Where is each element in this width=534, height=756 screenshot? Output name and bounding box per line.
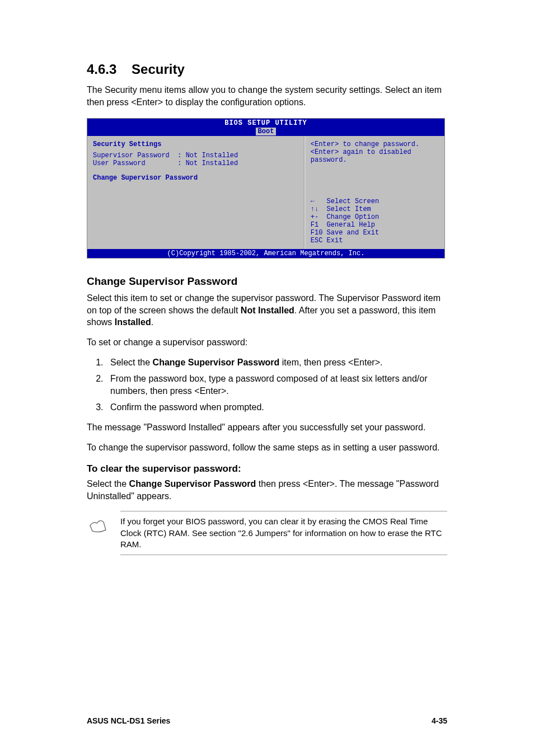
note-text: If you forget your BIOS password, you ca… bbox=[120, 511, 447, 555]
change-pw-step3: Confirm the password when prompted. bbox=[106, 401, 447, 414]
bios-row-user: User Password : Not Installed bbox=[93, 159, 298, 167]
bios-right-pane: <Enter> to change password. <Enter> agai… bbox=[305, 136, 444, 249]
change-pw-para1: Select this item to set or change the su… bbox=[87, 292, 447, 328]
bios-key-hints: ← Select Screen ↑↓ Select Item +- Change… bbox=[311, 198, 439, 245]
change-pw-step2: From the password box, type a password c… bbox=[106, 373, 447, 397]
bios-row-supervisor: Supervisor Password : Not Installed bbox=[93, 152, 298, 159]
bios-help-text: <Enter> to change password. <Enter> agai… bbox=[311, 140, 439, 164]
bios-change-supervisor-password[interactable]: Change Supervisor Password bbox=[93, 174, 298, 182]
bios-key-change-option: +- Change Option bbox=[311, 213, 439, 221]
bios-key-select-screen: ← Select Screen bbox=[311, 198, 439, 205]
hand-pointing-icon bbox=[87, 511, 110, 538]
bios-key-select-item: ↑↓ Select Item bbox=[311, 205, 439, 213]
section-number: 4.6.3 bbox=[87, 62, 116, 77]
footer-left: ASUS NCL-DS1 Series bbox=[87, 716, 170, 725]
bios-tab-boot[interactable]: Boot bbox=[256, 128, 277, 135]
clear-pw-para: Select the Change Supervisor Password th… bbox=[87, 478, 447, 502]
bios-footer: (C)Copyright 1985-2002, American Megatre… bbox=[87, 249, 444, 258]
bios-key-save-exit: F10 Save and Exit bbox=[311, 229, 439, 237]
bios-titlebar: BIOS SETUP UTILITY bbox=[87, 119, 444, 128]
bios-tabbar: Boot bbox=[87, 128, 444, 136]
bios-left-pane: Security Settings Supervisor Password : … bbox=[87, 136, 305, 249]
change-pw-para4: To change the supervisor password, follo… bbox=[87, 442, 447, 454]
note-box: If you forget your BIOS password, you ca… bbox=[87, 511, 447, 555]
change-pw-steps: Select the Change Supervisor Password it… bbox=[106, 356, 447, 414]
change-pw-para3: The message "Password Installed" appears… bbox=[87, 421, 447, 434]
change-pw-para2: To set or change a supervisor password: bbox=[87, 336, 447, 349]
plus-minus-icon: +- bbox=[311, 213, 318, 221]
clear-pw-heading: To clear the supervisor password: bbox=[87, 463, 447, 475]
footer-right: 4-35 bbox=[432, 716, 447, 725]
intro-text: The Security menu items allow you to cha… bbox=[87, 84, 447, 108]
arrow-left-icon: ← bbox=[311, 198, 315, 205]
change-pw-step1: Select the Change Supervisor Password it… bbox=[106, 356, 447, 369]
bios-key-exit: ESC Exit bbox=[311, 237, 439, 245]
bios-panel: BIOS SETUP UTILITY Boot Security Setting… bbox=[87, 118, 445, 259]
bios-key-general-help: F1 General Help bbox=[311, 221, 439, 229]
bios-body: Security Settings Supervisor Password : … bbox=[87, 136, 444, 249]
bios-left-heading: Security Settings bbox=[93, 140, 298, 148]
page-footer: ASUS NCL-DS1 Series 4-35 bbox=[87, 716, 447, 725]
section-title: Security bbox=[132, 62, 185, 77]
change-pw-heading: Change Supervisor Password bbox=[87, 275, 447, 288]
arrow-updown-icon: ↑↓ bbox=[311, 205, 318, 213]
section-heading: 4.6.3 Security bbox=[87, 62, 447, 77]
